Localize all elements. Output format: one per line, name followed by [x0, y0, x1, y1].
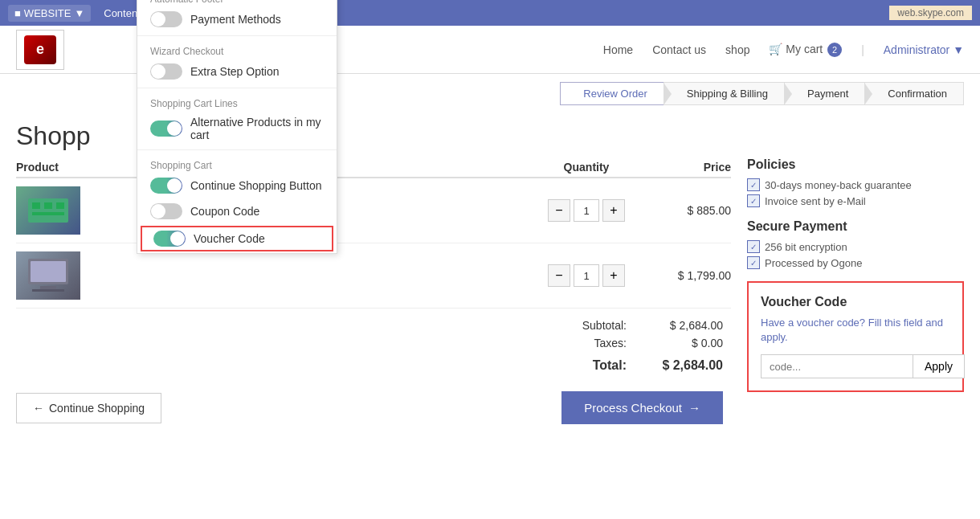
nav-contact[interactable]: Contact us [652, 43, 706, 56]
check-icon-2: ✓ [747, 194, 760, 207]
main-content: HTML Editor Customize Theme Install Apps… [0, 157, 980, 424]
policies-title: Policies [747, 157, 964, 172]
skype-label: web.skype.com [889, 6, 972, 20]
toggle-alt-products-label: Alternative Products in my cart [190, 116, 324, 141]
toggle-continue-btn-switch[interactable] [150, 178, 182, 194]
total-value: $ 2,684.00 [643, 358, 723, 373]
product-row-1: − 1 + $ 885.00 [16, 178, 731, 243]
qty-decrease-2[interactable]: − [548, 264, 570, 287]
logo-mark: e [24, 35, 56, 64]
secure-item-2: ✓ Processed by Ogone [747, 256, 964, 269]
step-payment[interactable]: Payment [784, 82, 865, 105]
qty-increase-1[interactable]: + [602, 199, 625, 222]
check-icon-1: ✓ [747, 178, 760, 191]
col-header-price: Price [635, 161, 731, 174]
grand-total-row: Total: $ 2,684.00 [562, 356, 723, 375]
svg-rect-1 [32, 202, 40, 209]
subtotal-label: Subtotal: [562, 319, 627, 332]
svg-rect-2 [44, 202, 52, 209]
policy-text-1: 30-days money-back guarantee [765, 179, 912, 191]
website-label: WEBSITE [24, 7, 71, 19]
toggle-alt-products-switch[interactable] [150, 121, 182, 137]
step-confirmation[interactable]: Confirmation [864, 82, 964, 105]
section-auto-footer: Automatic Footer [137, 0, 337, 6]
qty-increase-2[interactable]: + [602, 264, 625, 287]
svg-rect-4 [32, 212, 64, 215]
qty-control-1: − 1 + [538, 199, 635, 222]
total-label: Total: [562, 358, 627, 373]
website-menu[interactable]: ■ WEBSITE ▼ [8, 5, 91, 22]
toggle-voucher-code[interactable]: Voucher Code [141, 226, 333, 251]
checkout-label: Process Checkout [584, 401, 682, 415]
nav-shop[interactable]: shop [725, 43, 749, 56]
cart-badge: 2 [827, 43, 842, 57]
qty-decrease-1[interactable]: − [548, 199, 570, 222]
action-buttons: ← Continue Shopping Process Checkout → [16, 391, 731, 424]
continue-shopping-label: Continue Shopping [49, 402, 145, 415]
toggle-alt-products[interactable]: Alternative Products in my cart [137, 111, 337, 146]
cart-label: My cart [786, 43, 823, 55]
section-cart-lines: Shopping Cart Lines [137, 92, 337, 111]
toggle-payment-methods-switch[interactable] [150, 11, 182, 27]
toggle-voucher-code-switch[interactable] [153, 231, 186, 247]
totals-section: Subtotal: $ 2,684.00 Taxes: $ 0.00 Total… [16, 317, 731, 375]
sidebar-right: Policies ✓ 30-days money-back guarantee … [747, 157, 964, 424]
secure-text-2: Processed by Ogone [765, 257, 862, 269]
voucher-title: Voucher Code [761, 295, 950, 309]
policy-text-2: Invoice sent by e-Mail [765, 195, 866, 207]
svg-rect-8 [32, 289, 64, 292]
nav-cart[interactable]: 🛒 My cart 2 [769, 43, 842, 57]
nav-links: Home Contact us shop 🛒 My cart 2 | Admin… [603, 43, 964, 57]
toggle-coupon-code-switch[interactable] [150, 203, 182, 219]
website-icon: ■ [14, 7, 21, 19]
toggle-extra-step-switch[interactable] [150, 63, 182, 80]
arrow-left-icon: ← [33, 402, 44, 415]
product-image-2 [16, 251, 80, 300]
section-wizard-checkout: Wizard Checkout [137, 39, 337, 59]
taxes-label: Taxes: [562, 337, 627, 349]
voucher-input[interactable] [761, 354, 913, 378]
toggle-payment-methods[interactable]: Payment Methods [137, 6, 337, 32]
divider-4 [137, 35, 337, 36]
toggle-extra-step[interactable]: Extra Step Option [137, 59, 337, 84]
svg-rect-0 [28, 198, 68, 223]
step-review[interactable]: Review Order [560, 82, 664, 105]
secure-item-1: ✓ 256 bit encryption [747, 240, 964, 253]
process-checkout-button[interactable]: Process Checkout → [561, 391, 723, 424]
subtotal-value: $ 2,684.00 [643, 319, 723, 332]
nav-home[interactable]: Home [603, 43, 633, 56]
svg-rect-7 [40, 286, 56, 289]
voucher-code-box: Voucher Code Have a voucher code? Fill t… [747, 281, 964, 392]
secure-title: Secure Payment [747, 219, 964, 234]
check-icon-4: ✓ [747, 256, 760, 269]
logo: e [16, 30, 64, 70]
taxes-value: $ 0.00 [643, 337, 723, 349]
toggle-coupon-code[interactable]: Coupon Code [137, 198, 337, 224]
toggle-payment-methods-label: Payment Methods [190, 13, 281, 26]
voucher-input-row: Apply [761, 354, 950, 378]
continue-shopping-button[interactable]: ← Continue Shopping [16, 393, 161, 423]
price-1: $ 885.00 [635, 204, 731, 217]
svg-rect-3 [56, 202, 64, 209]
product-image-1 [16, 186, 80, 235]
voucher-description: Have a voucher code? Fill this field and… [761, 316, 950, 345]
secure-payment-box: Secure Payment ✓ 256 bit encryption ✓ Pr… [747, 219, 964, 269]
step-shipping[interactable]: Shipping & Billing [664, 82, 785, 105]
taxes-row: Taxes: $ 0.00 [562, 334, 723, 352]
table-header: Product Quantity Price [16, 157, 731, 178]
divider-5 [137, 88, 337, 88]
product-table: Product Quantity Price − 1 + $ 885 [16, 157, 731, 424]
divider-6 [137, 149, 337, 150]
section-shopping-cart: Shopping Cart [137, 153, 337, 173]
qty-value-1: 1 [574, 199, 599, 222]
qty-control-2: − 1 + [538, 264, 635, 287]
toggle-extra-step-label: Extra Step Option [190, 65, 280, 78]
col-header-qty: Quantity [538, 161, 635, 174]
qty-value-2: 1 [574, 264, 599, 287]
policy-item-1: ✓ 30-days money-back guarantee [747, 178, 964, 191]
check-icon-3: ✓ [747, 240, 760, 253]
voucher-apply-button[interactable]: Apply [913, 354, 965, 378]
toggle-continue-btn[interactable]: Continue Shopping Button [137, 173, 337, 198]
nav-admin[interactable]: Administrator ▼ [884, 43, 964, 56]
arrow-right-icon: → [688, 401, 700, 415]
